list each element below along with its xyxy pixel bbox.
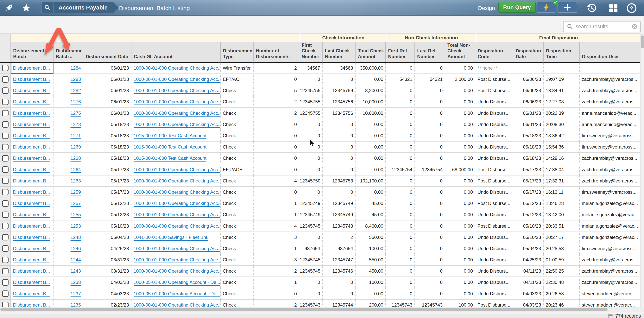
cell-link[interactable]: 1282 (70, 88, 81, 93)
cell-link[interactable]: 1000-05-01-000 Operating Account - De... (134, 280, 220, 285)
cell-link[interactable]: Disbursement B... (13, 178, 50, 184)
horizontal-scrollbar[interactable] (0, 307, 644, 312)
row-checkbox[interactable] (0, 209, 11, 220)
row-checkbox[interactable] (0, 74, 11, 85)
cell-link[interactable]: Disbursement B... (13, 190, 50, 195)
row-checkbox[interactable] (0, 232, 11, 243)
cell-link[interactable]: 1259 (70, 190, 81, 195)
cell-link[interactable]: 1243 (70, 268, 81, 274)
cell-link[interactable]: 1000-00-01-000 Operating Checking Acc... (134, 167, 220, 172)
cell-link[interactable]: 1000-00-01-000 Operating Checking Acc... (134, 110, 220, 116)
row-checkbox[interactable] (0, 96, 11, 108)
cell-link[interactable]: Disbursement B... (13, 122, 50, 127)
row-checkbox[interactable] (0, 164, 11, 175)
design-button[interactable]: Design (478, 0, 494, 16)
cell-link[interactable]: 1263 (70, 178, 81, 184)
cell-link[interactable]: Disbursement B... (13, 268, 50, 274)
apps-grid-button[interactable] (608, 0, 619, 16)
row-checkbox[interactable] (0, 300, 11, 307)
cell-link[interactable]: Disbursement B... (13, 88, 50, 93)
cell-link[interactable]: 1246 (70, 246, 81, 251)
history-button[interactable] (586, 0, 598, 16)
cell-link[interactable]: Disbursement B... (13, 212, 50, 217)
column-header[interactable]: Disposition Code (475, 42, 513, 63)
cell-link[interactable]: 1235 (70, 302, 81, 307)
cell-link[interactable]: Disbursement B... (13, 133, 50, 138)
column-header[interactable]: Total Check Amount (356, 42, 386, 63)
cell-link[interactable]: 1271 (70, 133, 81, 138)
cell-link[interactable]: 1000-00-01-000 Operating Checking Acc... (134, 76, 220, 82)
column-header[interactable]: Number of Disbursements (254, 42, 299, 63)
search-icon[interactable] (42, 2, 54, 13)
cell-link[interactable]: 1000-00-01-000 Operating Checking Acc... (134, 190, 220, 195)
cell-link[interactable]: 1248 (70, 234, 81, 240)
row-checkbox[interactable] (0, 153, 11, 164)
cell-link[interactable]: 1015-00-01-000 Test Cash Account (134, 156, 206, 161)
cell-link[interactable]: Disbursement B... (13, 257, 50, 262)
cell-link[interactable]: Disbursement B... (13, 65, 50, 70)
cell-link[interactable]: 1000-00-01-000 Operating Checking Acc... (134, 65, 220, 70)
cell-link[interactable]: 1264 (70, 167, 81, 172)
column-header[interactable]: Cash GL Account (132, 42, 220, 63)
vertical-scrollbar[interactable] (640, 33, 644, 307)
cell-link[interactable]: 1273 (70, 122, 81, 127)
cell-link[interactable]: 1000-00-01-000 Operating Checking Acc... (134, 302, 220, 307)
row-checkbox[interactable] (0, 277, 11, 288)
column-header[interactable]: First Check Number (299, 42, 322, 63)
row-checkbox[interactable] (0, 130, 11, 142)
cell-link[interactable]: 1000-00-01-000 Operating Checking Acc... (134, 88, 220, 93)
cell-link[interactable]: 1000-00-01-000 Operating Checking Acc... (134, 122, 220, 127)
column-header[interactable]: Disbursement Type (220, 42, 254, 63)
search-results-input[interactable]: search results... (563, 21, 641, 32)
cell-link[interactable]: 1015-00-01-000 Test Cash Account (134, 133, 206, 138)
cell-link[interactable]: 1268 (70, 156, 81, 161)
cell-link[interactable]: 1000-00-01-000 Operating Checking Acc... (134, 224, 220, 228)
cell-link[interactable]: Disbursement B... (13, 291, 50, 296)
row-checkbox[interactable] (0, 187, 11, 198)
row-checkbox[interactable] (0, 63, 11, 74)
cell-link[interactable]: 1275 (70, 110, 81, 116)
cell-link[interactable]: 1015-00-01-000 Test Cash Account (134, 144, 206, 150)
row-checkbox[interactable] (0, 142, 11, 153)
row-checkbox[interactable] (0, 220, 11, 232)
cell-link[interactable]: Disbursement B... (13, 156, 50, 161)
column-header[interactable]: Disposition Date (513, 42, 544, 63)
row-checkbox[interactable] (0, 288, 11, 300)
cell-link[interactable]: 1000-00-01-000 Operating Checking Acc... (134, 201, 220, 206)
row-checkbox[interactable] (0, 108, 11, 119)
cell-link[interactable]: 1255 (70, 212, 81, 217)
cell-link[interactable]: Disbursement B... (13, 302, 50, 307)
cell-link[interactable]: Disbursement B... (13, 280, 50, 285)
cell-link[interactable]: Disbursement B... (13, 99, 50, 104)
cell-link[interactable]: 1000-00-01-000 Operating Checking Acc... (134, 257, 220, 262)
cell-link[interactable]: 1244 (70, 257, 81, 262)
column-header[interactable]: Disbursement Date (83, 42, 132, 63)
row-checkbox[interactable] (0, 266, 11, 277)
row-checkbox[interactable] (0, 176, 11, 187)
cell-link[interactable]: 1237 (70, 291, 81, 296)
cell-link[interactable]: 1283 (70, 76, 81, 82)
cell-link[interactable]: 1000-00-01-000 Operating Checking Acc... (134, 99, 220, 104)
column-header[interactable]: Disposition Time (544, 42, 580, 63)
column-header[interactable]: Total Non- Check Amount (445, 42, 475, 63)
cell-link[interactable]: Disbursement B... (13, 224, 50, 228)
row-checkbox[interactable] (0, 119, 11, 130)
cell-link[interactable]: 1000-00-01-000 Operating Checking Acc... (134, 212, 220, 217)
row-checkbox[interactable] (0, 254, 11, 266)
clear-icon[interactable] (632, 24, 640, 29)
cell-link[interactable]: 1257 (70, 201, 81, 206)
cell-link[interactable]: 1253 (70, 224, 81, 228)
cell-link[interactable]: Disbursement B... (13, 234, 50, 240)
rocket-icon[interactable] (5, 0, 13, 16)
cell-link[interactable]: Disbursement B... (13, 110, 50, 116)
star-icon[interactable] (22, 0, 31, 16)
cell-link[interactable]: Disbursement B... (13, 76, 50, 82)
row-checkbox[interactable] (0, 243, 11, 254)
cell-link[interactable]: 1269 (70, 144, 81, 150)
cell-link[interactable]: 1041-00-01-000 Savings - Fleet Bnk (134, 234, 208, 240)
cell-link[interactable]: Disbursement B... (13, 201, 50, 206)
column-header[interactable]: Last Check Number (322, 42, 356, 63)
column-header[interactable]: First Ref Number (386, 42, 415, 63)
cell-link[interactable]: 1238 (70, 280, 81, 285)
cell-link[interactable]: 1000-00-01-000 Operating Checking Acc... (134, 268, 220, 274)
